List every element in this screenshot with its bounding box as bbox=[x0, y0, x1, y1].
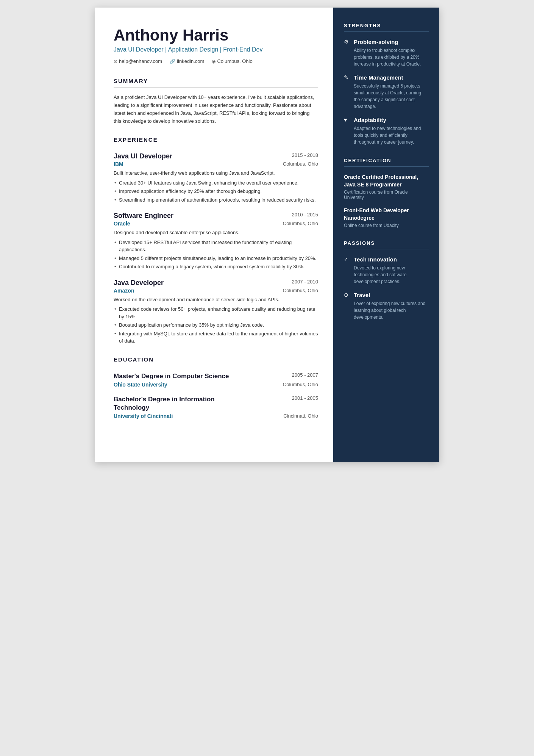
edu-school-1: Ohio State University bbox=[114, 382, 167, 388]
job-dates-2: 2010 - 2015 bbox=[292, 212, 318, 218]
job-block-2: Software Engineer 2010 - 2015 Oracle Col… bbox=[114, 212, 318, 271]
edu-location-1: Columbus, Ohio bbox=[283, 382, 318, 388]
edu-block-1: Master's Degree in Computer Science 2005… bbox=[114, 372, 318, 388]
experience-title: EXPERIENCE bbox=[114, 136, 318, 143]
cert-name-2: Front-End Web Developer Nanodegree bbox=[344, 207, 429, 222]
job-bullets-3: Executed code reviews for 50+ projects, … bbox=[114, 305, 318, 345]
job-desc-3: Worked on the development and maintenanc… bbox=[114, 296, 318, 304]
tech-innovation-icon: ✓ bbox=[344, 256, 351, 263]
experience-divider bbox=[114, 146, 318, 146]
bullet-1-3: Streamlined implementation of authentica… bbox=[114, 196, 318, 204]
job-dates-1: 2015 - 2018 bbox=[292, 152, 318, 158]
job-block-1: Java UI Developer 2015 - 2018 IBM Columb… bbox=[114, 152, 318, 203]
cert-source-1: Certification course from Oracle Univers… bbox=[344, 189, 429, 200]
summary-section: SUMMARY As a proficient Java UI Develope… bbox=[114, 78, 318, 125]
bullet-2-1: Developed 15+ RESTful API services that … bbox=[114, 239, 318, 254]
strengths-title: STRENGTHS bbox=[344, 23, 429, 28]
adaptability-icon: ♥ bbox=[344, 117, 351, 123]
passion-name-1: Tech Innovation bbox=[354, 256, 397, 263]
experience-section: EXPERIENCE Java UI Developer 2015 - 2018… bbox=[114, 136, 318, 345]
bullet-2-2: Managed 5 different projects simultaneou… bbox=[114, 255, 318, 262]
edu-header-2: Bachelor's Degree in Information Technol… bbox=[114, 395, 318, 412]
edu-dates-1: 2005 - 2007 bbox=[292, 372, 318, 378]
problem-solving-icon: ⚙ bbox=[344, 39, 351, 45]
bullet-1-2: Improved application efficiency by 25% a… bbox=[114, 188, 318, 195]
job-header-1: Java UI Developer 2015 - 2018 bbox=[114, 152, 318, 160]
job-desc-1: Built interactive, user-friendly web app… bbox=[114, 169, 318, 177]
job-title-3: Java Developer bbox=[114, 279, 164, 287]
certification-section: CERTIFICATION Oracle Certified Professio… bbox=[344, 158, 429, 228]
bullet-2-3: Contributed to revamping a legacy system… bbox=[114, 263, 318, 271]
linkedin-value: linkedin.com bbox=[177, 58, 204, 64]
edu-location-2: Cincinnati, Ohio bbox=[283, 413, 318, 419]
linkedin-icon: 🔗 bbox=[170, 59, 175, 64]
strength-desc-2: Successfully managed 5 projects simultan… bbox=[344, 83, 429, 110]
certification-title: CERTIFICATION bbox=[344, 158, 429, 163]
strengths-section: STRENGTHS ⚙ Problem-solving Ability to t… bbox=[344, 23, 429, 146]
job-bullets-2: Developed 15+ RESTful API services that … bbox=[114, 239, 318, 271]
location-icon: ◉ bbox=[212, 59, 215, 64]
passion-header-2: ⊙ Travel bbox=[344, 292, 429, 298]
passion-item-2: ⊙ Travel Lover of exploring new cultures… bbox=[344, 292, 429, 321]
strength-desc-3: Adapted to new technologies and tools qu… bbox=[344, 125, 429, 146]
job-dates-3: 2007 - 2010 bbox=[292, 279, 318, 285]
left-column: Anthony Harris Java UI Developer | Appli… bbox=[95, 8, 333, 462]
strength-header-1: ⚙ Problem-solving bbox=[344, 39, 429, 45]
strength-name-3: Adaptability bbox=[354, 117, 386, 123]
edu-school-2: University of Cincinnati bbox=[114, 413, 173, 419]
passions-title: PASSIONS bbox=[344, 240, 429, 246]
summary-text: As a proficient Java UI Developer with 1… bbox=[114, 94, 318, 125]
location-value: Columbus, Ohio bbox=[217, 58, 252, 64]
education-title: EDUCATION bbox=[114, 356, 318, 363]
linkedin-contact: 🔗 linkedin.com bbox=[170, 58, 204, 64]
edu-header-1: Master's Degree in Computer Science 2005… bbox=[114, 372, 318, 380]
job-bullets-1: Created 30+ UI features using Java Swing… bbox=[114, 179, 318, 204]
passion-header-1: ✓ Tech Innovation bbox=[344, 256, 429, 263]
education-divider bbox=[114, 366, 318, 366]
edu-block-2: Bachelor's Degree in Information Technol… bbox=[114, 395, 318, 419]
job-location-2: Columbus, Ohio bbox=[283, 221, 318, 227]
time-management-icon: ✎ bbox=[344, 74, 351, 81]
passions-divider bbox=[344, 249, 429, 249]
strengths-divider bbox=[344, 31, 429, 32]
cert-source-2: Online course from Udacity bbox=[344, 223, 429, 228]
job-company-row-1: IBM Columbus, Ohio bbox=[114, 161, 318, 167]
passions-section: PASSIONS ✓ Tech Innovation Devoted to ex… bbox=[344, 240, 429, 321]
job-company-row-3: Amazon Columbus, Ohio bbox=[114, 288, 318, 294]
bullet-3-2: Boosted application performance by 35% b… bbox=[114, 321, 318, 329]
applicant-title: Java UI Developer | Application Design |… bbox=[114, 46, 318, 53]
edu-degree-1: Master's Degree in Computer Science bbox=[114, 372, 229, 380]
job-location-1: Columbus, Ohio bbox=[283, 161, 318, 167]
cert-item-2: Front-End Web Developer Nanodegree Onlin… bbox=[344, 207, 429, 228]
edu-degree-2: Bachelor's Degree in Information Technol… bbox=[114, 395, 247, 412]
job-header-3: Java Developer 2007 - 2010 bbox=[114, 279, 318, 287]
job-desc-2: Designed and developed scalable enterpri… bbox=[114, 229, 318, 236]
summary-divider bbox=[114, 87, 318, 88]
passion-desc-2: Lover of exploring new cultures and lear… bbox=[344, 300, 429, 321]
strength-item-2: ✎ Time Management Successfully managed 5… bbox=[344, 74, 429, 110]
job-header-2: Software Engineer 2010 - 2015 bbox=[114, 212, 318, 220]
email-icon: ⊙ bbox=[114, 59, 117, 64]
passion-desc-1: Devoted to exploring new technologies an… bbox=[344, 265, 429, 285]
certification-divider bbox=[344, 166, 429, 167]
email-value: help@enhancv.com bbox=[119, 58, 162, 64]
location-contact: ◉ Columbus, Ohio bbox=[212, 58, 252, 64]
education-section: EDUCATION Master's Degree in Computer Sc… bbox=[114, 356, 318, 419]
bullet-1-1: Created 30+ UI features using Java Swing… bbox=[114, 179, 318, 187]
cert-name-1: Oracle Certified Professional, Java SE 8… bbox=[344, 174, 429, 188]
job-location-3: Columbus, Ohio bbox=[283, 288, 318, 294]
resume-wrapper: Anthony Harris Java UI Developer | Appli… bbox=[95, 8, 439, 462]
strength-item-3: ♥ Adaptability Adapted to new technologi… bbox=[344, 117, 429, 146]
bullet-3-1: Executed code reviews for 50+ projects, … bbox=[114, 305, 318, 320]
job-company-row-2: Oracle Columbus, Ohio bbox=[114, 221, 318, 227]
job-company-3: Amazon bbox=[114, 288, 134, 294]
strength-header-3: ♥ Adaptability bbox=[344, 117, 429, 123]
bullet-3-3: Integrating with MySQL to store and retr… bbox=[114, 330, 318, 345]
job-company-1: IBM bbox=[114, 161, 123, 167]
edu-school-row-1: Ohio State University Columbus, Ohio bbox=[114, 382, 318, 388]
email-contact: ⊙ help@enhancv.com bbox=[114, 58, 162, 64]
applicant-name: Anthony Harris bbox=[114, 27, 318, 44]
strength-name-1: Problem-solving bbox=[354, 39, 398, 45]
edu-school-row-2: University of Cincinnati Cincinnati, Ohi… bbox=[114, 413, 318, 419]
summary-title: SUMMARY bbox=[114, 78, 318, 84]
